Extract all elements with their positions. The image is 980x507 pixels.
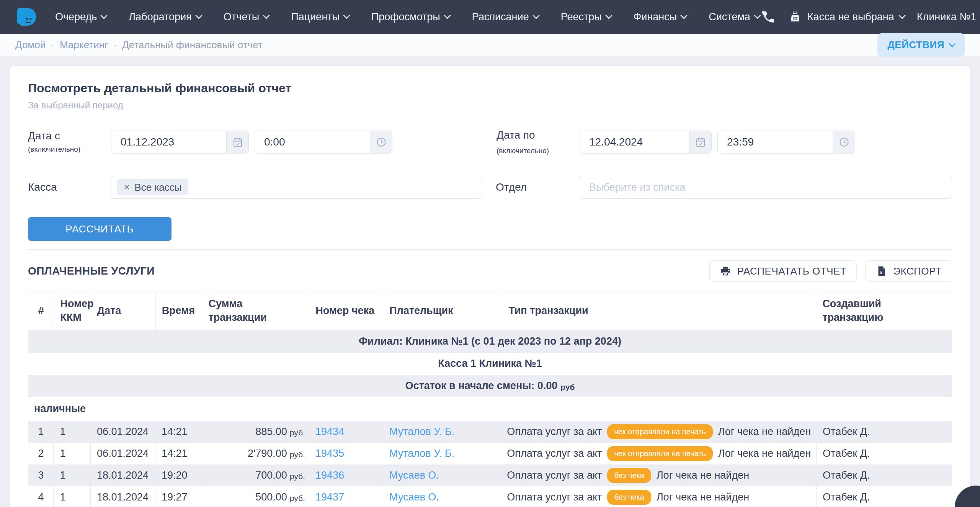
menu-item-patients[interactable]: Пациенты — [291, 11, 349, 23]
excel-file-icon: x — [875, 265, 887, 277]
breadcrumb-home[interactable]: Домой — [15, 39, 46, 51]
date-to-group — [580, 131, 712, 154]
cell-type: Оплата услуг за актчек отправляли на печ… — [502, 443, 816, 464]
receipt-link[interactable]: 19437 — [315, 491, 344, 503]
nav-right-controls: Касса не выбрана Клиника №1 — [760, 7, 980, 27]
cell-receipt: 19435 — [309, 443, 383, 464]
calculate-button[interactable]: РАССЧИТАТЬ — [28, 217, 172, 241]
label-note: (включительно) — [497, 147, 580, 155]
actions-button[interactable]: ДЕЙСТВИЯ — [877, 33, 965, 57]
cell-time: 19:27 — [155, 486, 202, 507]
remove-tag-icon[interactable]: × — [124, 181, 130, 193]
calendar-icon — [232, 136, 243, 148]
print-report-button[interactable]: РАСПЕЧАТАТЬ ОТЧЕТ — [709, 260, 857, 282]
cash-register-selector[interactable]: Касса не выбрана — [788, 10, 905, 24]
payer-link[interactable]: Муталов У. Б. — [389, 448, 454, 460]
paid-services-table: # Номер ККМ Дата Время Сумма транзакции … — [28, 291, 952, 507]
page-subtitle: За выбранный период — [28, 100, 952, 111]
menu-item-laboratory[interactable]: Лаборатория — [129, 11, 201, 23]
menu-item-checkups[interactable]: Профосмотры — [371, 11, 450, 23]
export-button[interactable]: x ЭКСПОРТ — [865, 260, 952, 282]
chevron-down-icon — [680, 12, 687, 19]
receipt-link[interactable]: 19434 — [315, 426, 344, 438]
chevron-down-icon — [263, 12, 270, 19]
time-to-input[interactable] — [718, 131, 833, 153]
cell-kkm: 1 — [53, 443, 90, 464]
menu-item-registries[interactable]: Реестры — [561, 11, 611, 23]
receipt-status-badge: без чека — [607, 468, 651, 483]
cell-amount: 700.00руб. — [202, 464, 309, 486]
chevron-down-icon — [101, 12, 108, 19]
clinic-label: Клиника №1 — [917, 11, 976, 23]
clinic-selector[interactable]: Клиника №1 — [917, 11, 980, 23]
cell-type: Оплата услуг за актбез чекаЛог чека не н… — [502, 464, 816, 486]
report-filter-form: Дата с (включительно) — [28, 129, 952, 241]
app-logo-icon[interactable] — [15, 7, 38, 26]
date-from-group — [111, 131, 249, 154]
department-select[interactable]: Выберите из списка — [579, 176, 952, 199]
section-buttons: РАСПЕЧАТАТЬ ОТЧЕТ x ЭКСПОРТ — [709, 260, 952, 282]
print-report-label: РАСПЕЧАТАТЬ ОТЧЕТ — [737, 265, 846, 277]
time-from-input[interactable] — [255, 131, 370, 153]
type-text: Оплата услуг за акт — [507, 448, 602, 460]
date-to-label: Дата по (включительно) — [497, 129, 580, 155]
currency-unit: руб. — [290, 472, 305, 481]
receipt-link[interactable]: 19435 — [315, 448, 344, 460]
calendar-addon[interactable] — [226, 131, 248, 153]
cell-date: 18.01.2024 — [90, 464, 155, 486]
payer-link[interactable]: Мусаев О. — [389, 491, 439, 503]
label-text: Отдел — [496, 181, 527, 193]
table-row: 4 1 18.01.2024 19:27 500.00руб. 19437 Му… — [28, 486, 952, 507]
telephony-icon[interactable] — [760, 9, 776, 25]
col-header-receipt: Номер чека — [309, 291, 383, 330]
cash-register-icon — [788, 10, 802, 24]
payer-link[interactable]: Муталов У. Б. — [389, 426, 454, 438]
label-text: Касса — [28, 181, 57, 193]
cell-creator: Отабек Д. — [816, 464, 951, 486]
cell-type: Оплата услуг за актбез чекаЛог чека не н… — [502, 486, 816, 507]
cell-receipt: 19434 — [309, 421, 383, 443]
clock-addon[interactable] — [370, 131, 392, 153]
date-from-label: Дата с (включительно) — [28, 130, 111, 154]
menu-label: Отчеты — [224, 11, 259, 23]
menu-item-finance[interactable]: Финансы — [634, 11, 686, 23]
cell-amount: 2'790.00руб. — [202, 443, 309, 464]
cell-kkm: 1 — [53, 421, 90, 443]
balance-group-row: Остаток в начале смены: 0.00 руб — [28, 375, 952, 397]
clock-addon[interactable] — [833, 131, 855, 153]
chevron-down-icon — [444, 12, 451, 19]
amount-value: 500.00 — [255, 491, 287, 503]
export-label: ЭКСПОРТ — [893, 265, 942, 277]
menu-item-system[interactable]: Система — [709, 11, 760, 23]
label-text: Дата по — [497, 129, 535, 141]
paid-services-section-header: ОПЛАЧЕННЫЕ УСЛУГИ РАСПЕЧАТАТЬ ОТЧЕТ x ЭК… — [28, 260, 952, 282]
cell-index: 2 — [28, 443, 53, 464]
payer-link[interactable]: Мусаев О. — [389, 469, 439, 481]
menu-item-reports[interactable]: Отчеты — [224, 11, 269, 23]
table-row: 3 1 18.01.2024 19:20 700.00руб. 19436 Му… — [28, 464, 952, 486]
menu-item-queue[interactable]: Очередь — [55, 11, 106, 23]
breadcrumb-current: Детальный финансовый отчет — [122, 39, 263, 51]
menu-label: Реестры — [561, 11, 602, 23]
table-row: 1 1 06.01.2024 14:21 885.00руб. 19434 Му… — [28, 421, 952, 443]
breadcrumb-marketing[interactable]: Маркетинг — [60, 39, 108, 51]
cash-multiselect[interactable]: × Все кассы — [111, 176, 482, 199]
receipt-link[interactable]: 19436 — [315, 469, 344, 481]
menu-item-schedule[interactable]: Расписание — [472, 11, 539, 23]
cell-time: 19:20 — [155, 464, 202, 486]
cell-amount: 885.00руб. — [202, 421, 309, 443]
cell-payer: Мусаев О. — [383, 486, 502, 507]
date-from-input[interactable] — [111, 131, 226, 153]
menu-label: Очередь — [55, 11, 97, 23]
cash-register-label: Касса не выбрана — [807, 11, 894, 23]
type-text: Оплата услуг за акт — [507, 469, 602, 481]
breadcrumb-bar: Домой · Маркетинг · Детальный финансовый… — [0, 34, 980, 56]
select-placeholder: Выберите из списка — [585, 182, 685, 193]
balance-unit: руб — [560, 383, 575, 392]
clock-icon — [376, 136, 387, 148]
calendar-addon[interactable] — [689, 131, 711, 153]
cell-receipt: 19436 — [309, 464, 383, 486]
chevron-down-icon — [343, 12, 350, 19]
cashbox-group-row: Касса 1 Клиника №1 — [28, 353, 952, 375]
date-to-input[interactable] — [580, 131, 689, 153]
